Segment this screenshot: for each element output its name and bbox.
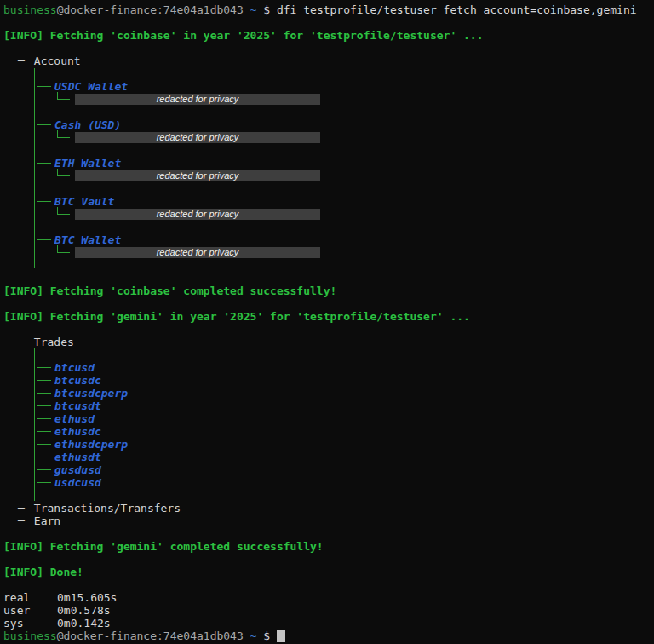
wallet-item: BTC Vault <box>3 195 654 208</box>
wallet-item: BTC Wallet <box>3 233 654 246</box>
blank-line <box>3 16 654 29</box>
blank-line <box>3 527 654 540</box>
tree-branch-icon <box>37 367 51 368</box>
info-fetch-gemini: [INFO] Fetching 'gemini' in year '2025' … <box>3 310 654 323</box>
redacted-bar-line: redacted for privacy <box>3 93 654 106</box>
tree-dash: ─ <box>18 336 25 348</box>
tree-elbow-icon <box>57 169 70 176</box>
tree-branch-icon <box>37 482 51 483</box>
info-done: [INFO] Done! <box>3 566 654 578</box>
trade-item: ethusdcperp <box>3 438 654 451</box>
blank-line <box>3 323 654 336</box>
tree-branch-icon <box>37 380 51 381</box>
tree-branch-icon <box>37 457 51 457</box>
tree-branch-icon <box>37 86 51 87</box>
blank-line <box>3 553 654 566</box>
timing-row: real0m15.605s <box>3 591 654 604</box>
prompt-user: business <box>3 630 57 642</box>
tree-branch-icon <box>37 418 51 419</box>
tree-dash: ─ <box>18 55 25 67</box>
info-gemini-done: [INFO] Fetching 'gemini' completed succe… <box>3 540 654 553</box>
tree-elbow-icon <box>57 92 70 100</box>
trade-pair: ethusdcperp <box>54 438 128 451</box>
earn-root-label: Earn <box>34 515 60 527</box>
blank-line <box>3 221 654 233</box>
redacted-bar: redacted for privacy <box>75 247 320 258</box>
trade-pair: ethusd <box>54 412 95 425</box>
trade-pair: usdcusd <box>54 476 101 489</box>
prompt-line: business@docker-finance:74e04a1db043 ~ $… <box>3 3 654 16</box>
blank-line <box>3 578 654 591</box>
tree-root-trades: ─Trades <box>3 336 654 348</box>
wallet-name: BTC Wallet <box>54 233 121 246</box>
timing-label: user <box>3 604 57 617</box>
redacted-bar: redacted for privacy <box>75 132 320 143</box>
tree-elbow-icon <box>57 207 70 215</box>
prompt-symbol: $ <box>256 3 276 16</box>
trade-item: btcusd <box>3 361 654 374</box>
prompt-cwd: ~ <box>244 3 257 16</box>
trade-pair: ethusdt <box>54 451 101 463</box>
blank-line <box>3 259 654 272</box>
blank-line <box>3 67 654 80</box>
trade-item: btcusdt <box>3 400 654 412</box>
trade-item: ethusd <box>3 412 654 425</box>
trade-item: gusdusd <box>3 463 654 476</box>
blank-line <box>3 42 654 55</box>
blank-line <box>3 272 654 285</box>
trade-pair: gusdusd <box>54 463 101 476</box>
redacted-bar: redacted for privacy <box>75 170 320 181</box>
redacted-bar-line: redacted for privacy <box>3 208 654 221</box>
prompt-line[interactable]: business@docker-finance:74e04a1db043 ~ $ <box>3 630 654 642</box>
wallet-item: ETH Wallet <box>3 157 654 170</box>
trades-root-label: Trades <box>34 336 74 348</box>
blank-line <box>3 144 654 157</box>
tree-branch-icon <box>37 124 51 125</box>
timing-label: sys <box>3 617 57 630</box>
tree-branch-icon <box>37 393 51 394</box>
tree-root-earn: ─Earn <box>3 515 654 527</box>
trade-item: ethusdc <box>3 425 654 438</box>
redacted-bar: redacted for privacy <box>75 94 320 105</box>
prompt-host: @docker-finance:74e04a1db043 <box>57 630 244 642</box>
info-fetch-coinbase: [INFO] Fetching 'coinbase' in year '2025… <box>3 29 654 42</box>
prompt-symbol: $ <box>256 630 276 642</box>
trade-pair: ethusdc <box>54 425 101 438</box>
blank-line <box>3 297 654 310</box>
timing-row: sys0m0.142s <box>3 617 654 630</box>
redacted-bar: redacted for privacy <box>75 209 320 220</box>
redacted-bar-line: redacted for privacy <box>3 170 654 182</box>
terminal-window: business@docker-finance:74e04a1db043 ~ $… <box>0 0 654 644</box>
tree-dash: ─ <box>18 515 25 527</box>
trade-pair: btcusdt <box>54 400 101 412</box>
wallet-name: BTC Vault <box>54 195 114 208</box>
blank-line <box>3 489 654 502</box>
tree-dash: ─ <box>18 502 25 515</box>
tree-elbow-icon <box>57 245 70 253</box>
terminal-cursor[interactable] <box>277 630 285 642</box>
redacted-bar-line: redacted for privacy <box>3 131 654 144</box>
tree-branch-icon <box>37 163 51 164</box>
wallet-item: USDC Wallet <box>3 80 654 93</box>
tree-branch-icon <box>37 239 51 240</box>
wallet-name: Cash (USD) <box>54 118 121 131</box>
timing-label: real <box>3 591 57 604</box>
blank-line <box>3 106 654 118</box>
timing-value: 0m0.142s <box>57 617 111 630</box>
tree-elbow-icon <box>57 130 70 138</box>
tree-branch-icon <box>37 431 51 432</box>
blank-line <box>3 182 654 195</box>
tree-branch-icon <box>37 201 51 202</box>
wallet-item: Cash (USD) <box>3 118 654 131</box>
timing-value: 0m15.605s <box>57 591 117 604</box>
trade-item: btcusdcperp <box>3 387 654 400</box>
trade-item: ethusdt <box>3 451 654 463</box>
info-coinbase-done: [INFO] Fetching 'coinbase' completed suc… <box>3 285 654 297</box>
transactions-root-label: Transactions/Transfers <box>34 502 181 515</box>
tree-root-transactions: ─Transactions/Transfers <box>3 502 654 515</box>
tree-branch-icon <box>37 405 51 406</box>
command-text: dfi testprofile/testuser fetch account=c… <box>277 3 637 16</box>
tree-branch-icon <box>37 444 51 445</box>
prompt-user: business <box>3 3 57 16</box>
wallet-name: USDC Wallet <box>54 80 128 93</box>
